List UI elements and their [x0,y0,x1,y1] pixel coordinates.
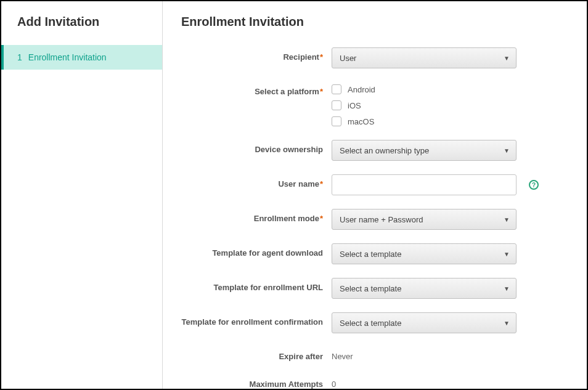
recipient-value: User [340,54,356,63]
username-input[interactable] [332,174,517,195]
sidebar: Add Invitation 1 Enrollment Invitation [1,1,163,389]
row-tpl-url: Template for enrollment URL Select a tem… [181,278,568,299]
enrollmode-value: User name + Password [340,215,423,224]
checkbox-label: iOS [348,101,361,110]
required-mark: * [320,87,323,96]
label-tpl-confirm: Template for enrollment confirmation [181,312,332,327]
tpl-agent-dropdown[interactable]: Select a template ▼ [332,243,517,264]
checkbox-icon[interactable] [332,116,341,126]
recipient-dropdown[interactable]: User ▼ [332,47,517,68]
label-tpl-agent: Template for agent download [181,243,332,258]
caret-down-icon: ▼ [504,320,510,327]
checkbox-label: Android [348,85,375,94]
caret-down-icon: ▼ [504,55,510,62]
help-icon[interactable]: ? [529,180,539,190]
label-enrollmode: Enrollment mode* [181,209,332,223]
label-platform: Select a platform* [181,82,332,96]
platform-option-ios[interactable]: iOS [332,100,375,110]
label-expire: Expire after [181,347,332,361]
label-recipient: Recipient* [181,47,332,62]
row-username: User name* ? [181,174,568,195]
app-root: Add Invitation 1 Enrollment Invitation E… [0,0,588,390]
tpl-url-value: Select a template [340,284,401,293]
ownership-dropdown[interactable]: Select an ownership type ▼ [332,140,517,161]
sidebar-title: Add Invitation [1,1,162,45]
enrollmode-dropdown[interactable]: User name + Password ▼ [332,209,517,230]
page-title: Enrollment Invitation [181,15,568,29]
tpl-confirm-dropdown[interactable]: Select a template ▼ [332,312,517,333]
required-mark: * [320,52,323,62]
checkbox-icon[interactable] [332,84,341,94]
sidebar-item-enrollment-invitation[interactable]: 1 Enrollment Invitation [1,45,162,70]
row-recipient: Recipient* User ▼ [181,47,568,68]
platform-option-macos[interactable]: macOS [332,116,375,126]
row-attempts: Maximum Attempts 0 [181,375,568,389]
row-tpl-agent: Template for agent download Select a tem… [181,243,568,264]
tpl-confirm-value: Select a template [340,319,401,328]
label-ownership: Device ownership [181,140,332,154]
row-ownership: Device ownership Select an ownership typ… [181,140,568,161]
platform-checkbox-group: Android iOS macOS [332,82,375,126]
sidebar-step-number: 1 [17,52,22,62]
sidebar-item-label: Enrollment Invitation [28,52,107,62]
expire-value: Never [332,347,353,361]
label-attempts: Maximum Attempts [181,375,332,389]
row-tpl-confirm: Template for enrollment confirmation Sel… [181,312,568,333]
main-panel: Enrollment Invitation Recipient* User ▼ … [163,1,587,389]
required-mark: * [320,214,323,223]
checkbox-label: macOS [348,117,374,126]
caret-down-icon: ▼ [504,216,510,223]
checkbox-icon[interactable] [332,100,341,110]
caret-down-icon: ▼ [504,251,510,258]
attempts-value: 0 [332,375,336,389]
tpl-url-dropdown[interactable]: Select a template ▼ [332,278,517,299]
row-enrollmode: Enrollment mode* User name + Password ▼ [181,209,568,230]
row-platform: Select a platform* Android iOS macOS [181,82,568,126]
ownership-value: Select an ownership type [340,146,429,155]
row-expire: Expire after Never [181,347,568,361]
label-tpl-url: Template for enrollment URL [181,278,332,292]
tpl-agent-value: Select a template [340,250,401,259]
label-username: User name* [181,174,332,189]
caret-down-icon: ▼ [504,147,510,154]
required-mark: * [320,179,323,189]
platform-option-android[interactable]: Android [332,84,375,94]
caret-down-icon: ▼ [504,285,510,292]
